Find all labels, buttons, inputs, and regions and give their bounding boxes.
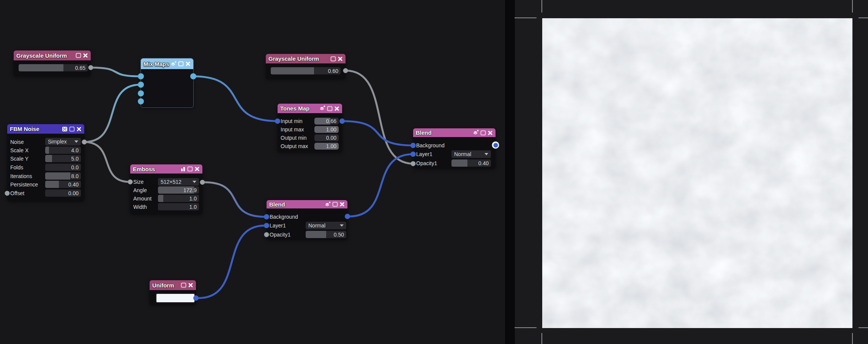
size-dropdown[interactable]: 512×512 <box>158 178 199 186</box>
node-mix-maps[interactable]: Mix Maps <box>141 58 193 107</box>
output-port[interactable] <box>339 118 345 124</box>
close-icon[interactable] <box>338 56 343 62</box>
preview-square-icon[interactable] <box>181 282 186 288</box>
opacity1-input-port[interactable] <box>411 161 416 166</box>
amount-slider[interactable]: 1.0 <box>158 195 199 202</box>
input-port-4[interactable] <box>138 98 144 104</box>
output-port[interactable] <box>88 65 93 70</box>
background-input-port[interactable] <box>264 214 269 219</box>
preview-square-icon[interactable] <box>330 56 336 62</box>
input-port-1[interactable] <box>138 73 144 79</box>
node-graph-canvas[interactable]: Grayscale Uniform 0.65 Mix Maps <box>0 0 505 344</box>
preview-square-icon[interactable] <box>327 106 333 111</box>
slider-value: 0.0 <box>71 164 79 170</box>
slider-value: 1.00 <box>326 126 336 133</box>
input-min-slider[interactable]: 0.66 <box>314 118 339 125</box>
randomize-dice-icon[interactable] <box>62 126 68 132</box>
param-row: Offset <box>10 189 24 197</box>
param-row: Background <box>416 142 445 149</box>
value-slider[interactable]: 0.65 <box>19 64 88 71</box>
node-header[interactable]: FBM Noise <box>7 124 84 134</box>
input-port-3[interactable] <box>138 90 144 96</box>
texture-preview-2d[interactable] <box>542 18 852 328</box>
node-header[interactable]: Blend <box>413 128 496 137</box>
opacity1-slider[interactable]: 0.50 <box>306 231 346 238</box>
close-icon[interactable] <box>185 61 191 66</box>
close-icon[interactable] <box>194 166 200 172</box>
preview-square-icon[interactable] <box>178 61 184 66</box>
param-row: Persistence <box>10 181 38 188</box>
blend-mode-dropdown[interactable]: Normal <box>306 222 346 229</box>
dropdown-value: Simplex <box>48 139 67 145</box>
layer1-input-port[interactable] <box>264 223 269 228</box>
offset-input-port[interactable] <box>5 191 10 196</box>
width-slider[interactable]: 1.0 <box>158 203 199 210</box>
node-uniform[interactable]: Uniform <box>150 280 196 305</box>
preview-square-icon[interactable] <box>69 126 75 132</box>
output-port-previewed[interactable] <box>492 142 499 149</box>
layers-plus-icon <box>170 61 177 67</box>
angle-slider[interactable]: 172.9 <box>158 186 199 194</box>
wire-gu2-to-blend-opacity <box>346 71 413 164</box>
close-icon[interactable] <box>76 126 82 132</box>
node-grayscale-uniform-1[interactable]: Grayscale Uniform 0.65 <box>14 50 91 76</box>
node-header[interactable]: Tones Map <box>278 104 342 113</box>
node-header[interactable]: Grayscale Uniform <box>14 50 91 60</box>
param-label: Background <box>270 214 298 220</box>
node-header[interactable]: Emboss <box>130 164 202 174</box>
opacity1-slider[interactable]: 0.40 <box>451 159 491 167</box>
chevron-down-icon <box>74 140 78 143</box>
value-slider[interactable]: 0.60 <box>271 67 341 74</box>
node-header[interactable]: Grayscale Uniform <box>266 54 346 63</box>
slider-value: 5.0 <box>71 156 79 162</box>
background-input-port[interactable] <box>410 143 416 148</box>
scale-x-slider[interactable]: 4.0 <box>45 147 81 154</box>
input-port-2[interactable] <box>138 82 144 88</box>
blend-mode-dropdown[interactable]: Normal <box>451 150 491 158</box>
opacity1-input-port[interactable] <box>264 232 269 237</box>
iterations-slider[interactable]: 8.0 <box>45 172 81 180</box>
param-label: Scale Y <box>10 156 28 162</box>
node-blend-lower[interactable]: Blend Background Layer1 Normal Opacity1 … <box>267 200 347 239</box>
output-max-slider[interactable]: 1.00 <box>314 143 339 150</box>
preview-square-icon[interactable] <box>332 202 338 207</box>
node-fbm-noise[interactable]: FBM Noise Noise Simplex Scale X 4.0 Scal… <box>7 124 84 201</box>
output-port[interactable] <box>200 180 205 185</box>
output-port[interactable] <box>345 214 350 219</box>
output-port[interactable] <box>343 68 348 73</box>
node-tones-map[interactable]: Tones Map Input min 0.66 Input max 1.00 … <box>278 104 342 152</box>
node-grayscale-uniform-2[interactable]: Grayscale Uniform 0.60 <box>266 54 346 79</box>
param-label: Persistence <box>10 181 38 188</box>
output-port[interactable] <box>193 295 199 301</box>
preview-square-icon[interactable] <box>76 53 81 58</box>
output-port[interactable] <box>82 140 87 145</box>
node-header[interactable]: Mix Maps <box>141 58 193 69</box>
slider-value: 0.40 <box>68 181 79 188</box>
guide-line <box>859 327 868 328</box>
close-icon[interactable] <box>83 53 88 58</box>
output-port[interactable] <box>190 73 196 79</box>
folds-slider[interactable]: 0.0 <box>45 164 81 171</box>
scale-y-slider[interactable]: 5.0 <box>45 155 81 162</box>
preview-square-icon[interactable] <box>187 166 193 172</box>
node-header[interactable]: Blend <box>267 200 347 208</box>
output-min-slider[interactable]: 0.00 <box>314 134 339 141</box>
persistence-slider[interactable]: 0.40 <box>45 181 81 188</box>
slider-value: 0.50 <box>334 232 344 238</box>
node-emboss[interactable]: Emboss Size 512×512 Angle 172.9 Amount 1… <box>130 164 202 214</box>
close-icon[interactable] <box>488 130 493 136</box>
close-icon[interactable] <box>334 106 339 111</box>
close-icon[interactable] <box>188 282 193 288</box>
close-icon[interactable] <box>339 202 345 207</box>
node-blend-right[interactable]: Blend Background Layer1 Normal Opacity1 … <box>413 128 496 168</box>
input-port[interactable] <box>275 118 280 124</box>
panel-divider[interactable] <box>505 0 515 344</box>
noise-type-dropdown[interactable]: Simplex <box>45 138 81 145</box>
offset-slider[interactable]: 0.00 <box>45 189 81 197</box>
layer1-input-port[interactable] <box>410 151 416 157</box>
input-port[interactable] <box>128 180 133 185</box>
input-max-slider[interactable]: 1.00 <box>314 126 339 133</box>
node-header[interactable]: Uniform <box>150 280 196 290</box>
preview-square-icon[interactable] <box>480 130 486 136</box>
color-swatch[interactable] <box>156 294 194 302</box>
